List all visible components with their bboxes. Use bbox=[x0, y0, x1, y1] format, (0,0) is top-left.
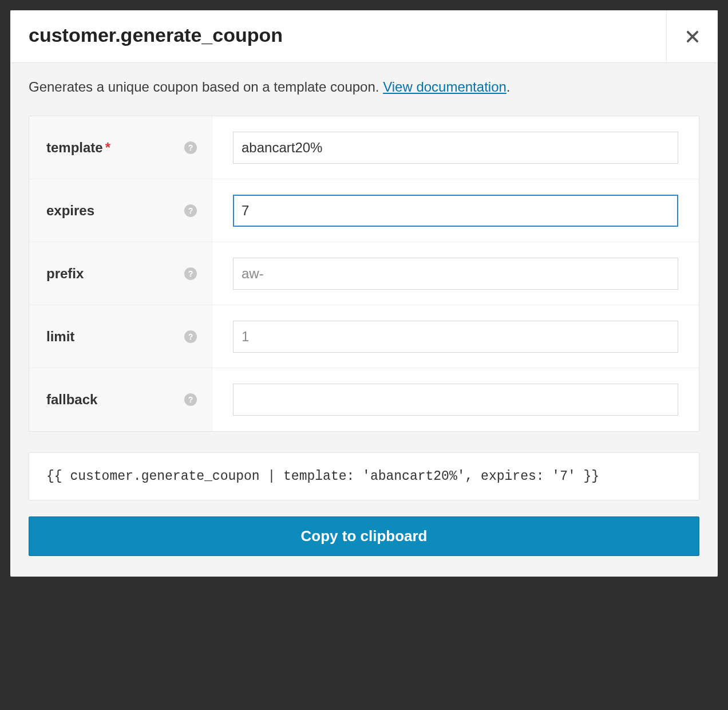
code-preview: {{ customer.generate_coupon | template: … bbox=[29, 452, 699, 500]
field-label: prefix bbox=[46, 266, 84, 282]
copy-to-clipboard-button[interactable]: Copy to clipboard bbox=[29, 516, 699, 556]
modal-header: customer.generate_coupon bbox=[10, 10, 718, 63]
label-cell: limit ? bbox=[29, 305, 212, 368]
documentation-link[interactable]: View documentation bbox=[383, 79, 507, 94]
field-label: fallback bbox=[46, 392, 97, 408]
field-row-limit: limit ? bbox=[29, 305, 699, 368]
help-icon[interactable]: ? bbox=[184, 204, 197, 217]
description-period: . bbox=[507, 79, 511, 94]
label-cell: expires ? bbox=[29, 179, 212, 242]
label-cell: fallback ? bbox=[29, 368, 212, 431]
description-text: Generates a unique coupon based on a tem… bbox=[29, 79, 383, 94]
help-icon[interactable]: ? bbox=[184, 330, 197, 343]
field-row-prefix: prefix ? bbox=[29, 242, 699, 305]
close-icon bbox=[685, 29, 701, 45]
input-cell bbox=[212, 116, 699, 179]
field-label: limit bbox=[46, 329, 74, 345]
field-label: expires bbox=[46, 203, 94, 219]
help-icon[interactable]: ? bbox=[184, 141, 197, 154]
help-icon[interactable]: ? bbox=[184, 393, 197, 406]
expires-input[interactable] bbox=[233, 195, 678, 227]
field-label: template* bbox=[46, 140, 110, 156]
label-cell: template* ? bbox=[29, 116, 212, 179]
input-cell bbox=[212, 242, 699, 305]
required-asterisk: * bbox=[105, 140, 110, 155]
prefix-input[interactable] bbox=[233, 258, 678, 290]
label-cell: prefix ? bbox=[29, 242, 212, 305]
field-row-expires: expires ? bbox=[29, 179, 699, 242]
modal-description: Generates a unique coupon based on a tem… bbox=[29, 79, 699, 95]
modal-title: customer.generate_coupon bbox=[10, 10, 666, 62]
modal-body: Generates a unique coupon based on a tem… bbox=[10, 63, 718, 577]
fallback-input[interactable] bbox=[233, 384, 678, 416]
input-cell bbox=[212, 368, 699, 431]
parameters-table: template* ? expires ? pre bbox=[29, 116, 699, 432]
template-input[interactable] bbox=[233, 132, 678, 164]
field-row-template: template* ? bbox=[29, 116, 699, 179]
variable-editor-modal: customer.generate_coupon Generates a uni… bbox=[10, 10, 718, 577]
input-cell bbox=[212, 305, 699, 368]
close-button[interactable] bbox=[666, 10, 718, 62]
field-row-fallback: fallback ? bbox=[29, 368, 699, 431]
input-cell bbox=[212, 179, 699, 242]
limit-input[interactable] bbox=[233, 321, 678, 353]
help-icon[interactable]: ? bbox=[184, 267, 197, 280]
